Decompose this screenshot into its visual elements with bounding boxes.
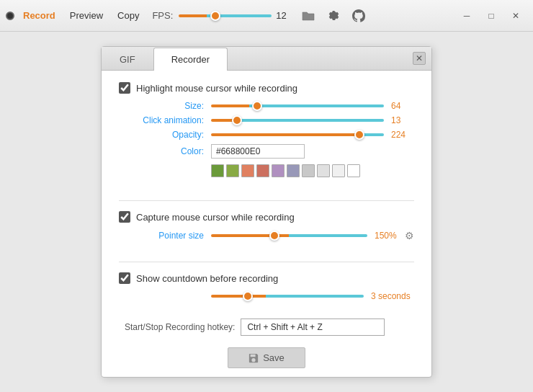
color-input[interactable]: #668800E0 [211,144,305,159]
record-dot-icon [6,12,14,20]
countdown-label: Show countdown before recording [136,273,278,284]
dialog: GIF Recorder ✕ Highlight mouse cursor wh… [101,46,432,378]
fps-slider[interactable] [179,14,272,17]
github-icon-button[interactable] [349,8,368,24]
tab-gif[interactable]: GIF [102,48,153,71]
pointer-label: Pointer size [125,231,204,241]
highlight-label: Highlight mouse cursor while recording [136,83,297,94]
click-label: Click animation: [125,115,204,125]
swatch-3[interactable] [241,164,254,177]
color-swatches [119,164,414,177]
highlight-checkbox-row: Highlight mouse cursor while recording [119,82,414,94]
color-label: Color: [125,146,204,156]
folder-icon-button[interactable] [299,9,318,23]
record-button[interactable]: Record [17,7,61,24]
preview-button[interactable]: Preview [64,7,109,24]
countdown-slider[interactable] [211,295,364,298]
capture-checkbox[interactable] [119,211,130,223]
swatch-9[interactable] [332,164,345,177]
pointer-value: 150% [375,231,402,241]
size-label: Size: [125,101,204,111]
save-label: Save [263,352,285,363]
divider-2 [119,262,414,262]
opacity-slider[interactable] [211,133,384,136]
dialog-close-button[interactable]: ✕ [413,52,426,65]
title-bar: Record Preview Copy FPS: 12 ─ □ ✕ [0,0,533,32]
main-area: GIF Recorder ✕ Highlight mouse cursor wh… [0,32,533,392]
click-slider-row: Click animation: 13 [119,115,414,125]
save-icon [248,353,259,363]
title-bar-controls: ─ □ ✕ [455,5,527,27]
window-close-button[interactable]: ✕ [504,5,527,27]
opacity-label: Opacity: [125,130,204,140]
pointer-row: Pointer size 150% ⚙ [119,230,414,241]
title-bar-left: Record Preview Copy FPS: 12 [6,7,368,24]
capture-checkbox-row: Capture mouse cursor while recording [119,211,414,223]
dialog-body: Highlight mouse cursor while recording S… [102,71,431,386]
pointer-gear-icon[interactable]: ⚙ [405,230,414,241]
countdown-value: 3 seconds [371,291,414,301]
opacity-value: 224 [391,130,414,140]
swatch-4[interactable] [256,164,269,177]
dialog-tabs: GIF Recorder ✕ [102,47,431,71]
copy-button[interactable]: Copy [112,7,145,24]
color-row: Color: #668800E0 [119,144,414,159]
size-slider[interactable] [211,104,384,107]
save-button[interactable]: Save [228,347,305,368]
hotkey-row: Start/Stop Recording hotkey: Ctrl + Shif… [119,318,414,336]
swatch-8[interactable] [317,164,330,177]
highlight-checkbox[interactable] [119,82,130,94]
highlight-section: Highlight mouse cursor while recording S… [119,82,414,184]
swatch-2[interactable] [226,164,239,177]
click-slider[interactable] [211,119,384,122]
hotkey-label: Start/Stop Recording hotkey: [125,322,235,332]
tab-recorder[interactable]: Recorder [153,48,228,71]
swatch-1[interactable] [211,164,224,177]
countdown-checkbox[interactable] [119,272,130,284]
click-value: 13 [391,115,414,125]
hotkey-input[interactable]: Ctrl + Shift + Alt + Z [241,318,385,336]
swatch-5[interactable] [272,164,285,177]
divider-1 [119,200,414,201]
swatch-6[interactable] [287,164,300,177]
size-value: 64 [391,101,414,111]
size-slider-row: Size: 64 [119,101,414,111]
title-bar-icons [299,8,368,24]
countdown-slider-row: 3 seconds [119,291,414,301]
save-row: Save [119,347,414,374]
countdown-checkbox-row: Show countdown before recording [119,272,414,284]
fps-slider-wrap: 12 [179,10,289,21]
maximize-button[interactable]: □ [480,5,503,27]
fps-label: FPS: [152,10,173,21]
settings-icon-button[interactable] [325,9,342,23]
opacity-slider-row: Opacity: 224 [119,130,414,140]
swatch-7[interactable] [302,164,315,177]
capture-label: Capture mouse cursor while recording [136,212,295,223]
swatch-10[interactable] [347,164,360,177]
fps-value: 12 [276,10,289,21]
minimize-button[interactable]: ─ [455,5,478,27]
pointer-slider[interactable] [211,234,367,237]
capture-section: Capture mouse cursor while recording Poi… [119,211,414,246]
countdown-section: Show countdown before recording 3 second… [119,272,414,306]
